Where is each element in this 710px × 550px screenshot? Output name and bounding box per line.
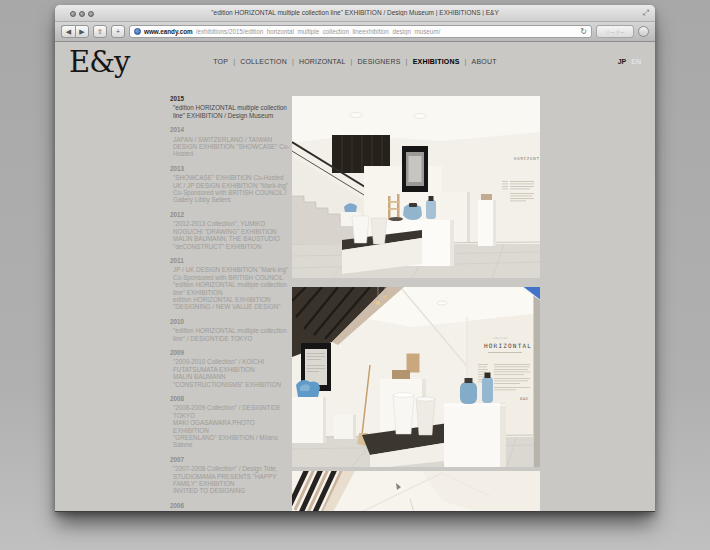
back-button[interactable]: ◀ [61,25,75,38]
timeline-entry[interactable]: "edition HORIZONTAL multiple collection … [170,104,290,119]
timeline-group-2013: 2013"SHOWCASE" EXHIBITION Co-HostedUK / … [170,165,290,204]
photo2-wall-brand: E&Y [520,397,529,401]
favicon-globe-icon [134,28,141,35]
reader-button[interactable]: リーダー [596,25,634,38]
timeline-year: 2008 [170,395,290,402]
timeline-year: 2013 [170,165,290,172]
timeline-group-2006: 2006Planned and organized Design Tide "Y… [170,502,290,511]
timeline-year: 2014 [170,126,290,133]
timeline-entry[interactable]: "edition HORIZONTAL multiple collection … [170,327,290,342]
exhibition-photo-1[interactable]: HORIZONTAL [292,96,540,278]
timeline-entry[interactable]: "2012-2013 Collection", YUMIKO NOGUCHI "… [170,220,290,235]
url-path: /exhibitions/2015/edition_horizontal_mul… [196,28,578,35]
lang-jp-link[interactable]: JP [618,58,627,65]
browser-toolbar: ◀ ▶ ⇧ + www.eandy.com /exhibitions/2015/… [55,22,655,42]
exhibition-photo-2[interactable]: edition HORIZONTAL E&Y [292,287,540,467]
exhibition-photos: HORIZONTAL [292,96,540,511]
timeline-group-2008: 2008"2008-2009 Collection" / DESIGNTIDE … [170,395,290,449]
address-bar[interactable]: www.eandy.com /exhibitions/2015/edition_… [129,25,592,38]
timeline-group-2015: 2015"edition HORIZONTAL multiple collect… [170,95,290,119]
timeline-year: 2006 [170,502,290,509]
timeline-entry[interactable]: "SHOWCASE" EXHIBITION Co-Hosted [170,174,290,181]
url-host: www.eandy.com [144,28,193,35]
timeline-entry[interactable]: JP / UK DESIGN EXHIBITION "Mark-ing" Co-… [170,266,290,281]
timeline-year: 2011 [170,257,290,264]
lang-en-link[interactable]: EN [631,58,641,65]
nav-item-exhibitions[interactable]: EXHIBITIONS [401,58,460,65]
timeline-group-2009: 2009"2009-2010 Collection" / KOICHI FUTA… [170,349,290,388]
fullscreen-icon[interactable]: ⤢ [643,8,649,18]
nav-item-collection[interactable]: COLLECTION [228,58,287,65]
window-title: "edition HORIZONTAL multiple collection … [55,9,655,16]
timeline-entry[interactable]: MALIN BAUMANN "CONSTRUCTIONISMS" EXHIBIT… [170,373,290,388]
site-logo[interactable]: E&y [69,45,129,79]
main-nav: TOPCOLLECTIONHORIZONTALDESIGNERSEXHIBITI… [213,58,496,65]
timeline-entry[interactable]: "2009-2010 Collection" / KOICHI FUTATSUM… [170,358,290,373]
nav-item-about[interactable]: ABOUT [460,58,497,65]
timeline-year: 2010 [170,318,290,325]
timeline-group-2011: 2011JP / UK DESIGN EXHIBITION "Mark-ing"… [170,257,290,311]
language-switch: JPEN [618,58,641,65]
timeline-group-2007: 2007"2007-2008 Collection" / Design Tide… [170,456,290,495]
nav-item-horizontal[interactable]: HORIZONTAL [287,58,346,65]
timeline-group-2012: 2012"2012-2013 Collection", YUMIKO NOGUC… [170,211,290,250]
exhibitions-timeline: 2015"edition HORIZONTAL multiple collect… [170,95,290,511]
timeline-entry[interactable]: JAPAN / SWITZERLAND / TAIWAN DESIGN EXHI… [170,136,290,158]
timeline-group-2014: 2014JAPAN / SWITZERLAND / TAIWAN DESIGN … [170,126,290,158]
timeline-year: 2009 [170,349,290,356]
share-button[interactable]: ⇧ [93,25,107,38]
browser-window: "edition HORIZONTAL multiple collection … [55,5,655,512]
photo2-wall-title: HORIZONTAL [484,342,532,349]
timeline-entry[interactable]: MALIN BAUMANN, THE BAUSTUDIO "deCONSTRUC… [170,235,290,250]
timeline-year: 2012 [170,211,290,218]
timeline-entry[interactable]: UK / JP DESIGN EXHIBITION "Mark-ing" Co-… [170,182,290,204]
timeline-year: 2007 [170,456,290,463]
timeline-entry[interactable]: edition HORIZONTAL EXHIBITION "DESIGNING… [170,296,290,311]
timeline-entry[interactable]: "GREENLAND" EXHIBITION / Milano Salone [170,434,290,449]
forward-button[interactable]: ▶ [75,25,89,38]
timeline-year: 2015 [170,95,290,102]
timeline-entry[interactable]: "2008-2009 Collection" / DESIGNTIDE TOKY… [170,404,290,419]
photo1-wall-title: HORIZONTAL [514,156,540,161]
nav-item-top[interactable]: TOP [213,58,228,65]
new-tab-button[interactable]: + [111,25,125,38]
timeline-entry[interactable]: INVITED TO DESIGNING [170,487,290,494]
timeline-entry[interactable]: MAKI OGASAWARA PHOTO EXHIBITION [170,419,290,434]
photo2-wall-subtitle: edition [493,337,508,340]
window-titlebar[interactable]: "edition HORIZONTAL multiple collection … [55,5,655,22]
page-content: E&y TOPCOLLECTIONHORIZONTALDESIGNERSEXHI… [55,42,655,511]
timeline-entry[interactable]: "2007-2008 Collection" / Design Tide, ST… [170,465,290,487]
timeline-group-2010: 2010"edition HORIZONTAL multiple collect… [170,318,290,342]
reload-icon[interactable]: ↻ [580,27,587,36]
nav-item-designers[interactable]: DESIGNERS [346,58,401,65]
timeline-entry[interactable]: "edition HORIZONTAL multiple collection … [170,281,290,296]
downloads-button[interactable] [638,26,649,37]
exhibition-photo-3[interactable] [292,471,540,511]
